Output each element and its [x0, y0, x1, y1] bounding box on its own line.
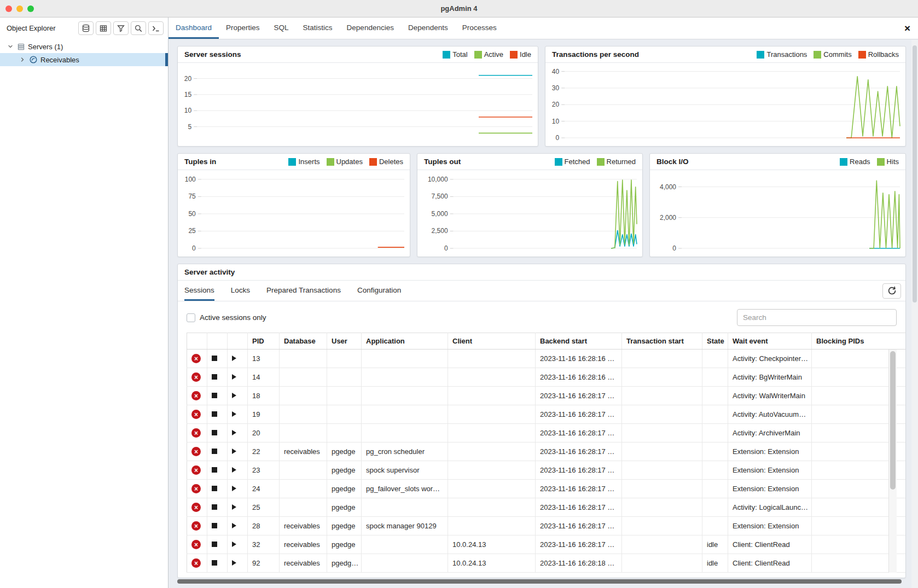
- cancel-session-icon[interactable]: ×: [191, 391, 201, 400]
- refresh-icon: [887, 286, 897, 295]
- sessions-table: PIDDatabaseUserApplicationClientBackend …: [187, 333, 905, 573]
- cancel-session-icon[interactable]: ×: [191, 428, 201, 438]
- cell-user: [327, 424, 362, 443]
- svg-text:0: 0: [444, 244, 448, 252]
- expand-row-icon[interactable]: [232, 523, 236, 528]
- column-header-database[interactable]: Database: [280, 333, 327, 350]
- table-row[interactable]: ×142023-11-16 16:28:16 …Activity: BgWrit…: [187, 368, 906, 387]
- cell-transaction_start: [622, 461, 702, 480]
- table-row[interactable]: ×192023-11-16 16:28:17 …Activity: AutoVa…: [187, 405, 906, 424]
- search-input[interactable]: [737, 309, 897, 326]
- expand-row-icon[interactable]: [232, 560, 236, 566]
- table-row[interactable]: ×28receivablespgedgespock manager 901292…: [187, 517, 906, 535]
- chevron-right-icon[interactable]: [19, 56, 26, 63]
- terminal-button[interactable]: [148, 21, 164, 35]
- table-row[interactable]: ×24pgedgepg_failover_slots wor…2023-11-1…: [187, 480, 906, 498]
- table-row[interactable]: ×25pgedge2023-11-16 16:28:17 …Activity: …: [187, 498, 906, 517]
- column-header-pid[interactable]: PID: [248, 333, 280, 350]
- expand-row-icon[interactable]: [232, 374, 236, 380]
- refresh-button[interactable]: [882, 283, 901, 299]
- expand-row-icon[interactable]: [232, 467, 236, 473]
- terminate-session-icon[interactable]: [212, 411, 217, 417]
- tab-properties[interactable]: Properties: [219, 18, 267, 39]
- column-header-state[interactable]: State: [702, 333, 728, 350]
- table-button[interactable]: [96, 21, 111, 35]
- cancel-session-icon[interactable]: ×: [191, 410, 201, 419]
- column-header-transaction-start[interactable]: Transaction start: [622, 333, 702, 350]
- search-button[interactable]: [131, 21, 146, 35]
- table-row[interactable]: ×132023-11-16 16:28:16 …Activity: Checkp…: [187, 350, 906, 368]
- column-header-application[interactable]: Application: [362, 333, 448, 350]
- cell-client: [448, 443, 536, 461]
- expand-row-icon[interactable]: [232, 430, 236, 435]
- cancel-session-icon[interactable]: ×: [191, 372, 201, 382]
- table-row[interactable]: ×182023-11-16 16:28:17 …Activity: WalWri…: [187, 387, 906, 405]
- terminate-session-icon[interactable]: [212, 449, 217, 454]
- terminate-session-icon[interactable]: [212, 486, 217, 491]
- close-panel-icon[interactable]: ×: [904, 18, 910, 39]
- expand-row-icon[interactable]: [232, 486, 236, 491]
- tab-dependencies[interactable]: Dependencies: [340, 18, 401, 39]
- minimize-window-button[interactable]: [16, 5, 23, 12]
- tab-sql[interactable]: SQL: [267, 18, 296, 39]
- table-row[interactable]: ×32receivablespgedge10.0.24.132023-11-16…: [187, 535, 906, 554]
- column-header-backend-start[interactable]: Backend start: [536, 333, 622, 350]
- legend-item: Transactions: [757, 50, 807, 59]
- cancel-session-icon[interactable]: ×: [191, 465, 201, 475]
- table-row[interactable]: ×23pgedgespock supervisor2023-11-16 16:2…: [187, 461, 906, 480]
- chevron-down-icon[interactable]: [7, 43, 14, 50]
- terminate-session-icon[interactable]: [212, 356, 217, 361]
- expand-row-icon[interactable]: [232, 356, 236, 361]
- activity-tab-prepared-transactions[interactable]: Prepared Transactions: [266, 281, 341, 301]
- cancel-session-icon[interactable]: ×: [191, 354, 201, 363]
- terminate-session-icon[interactable]: [212, 430, 217, 435]
- terminate-session-icon[interactable]: [212, 560, 217, 566]
- activity-tab-locks[interactable]: Locks: [231, 281, 250, 301]
- tab-statistics[interactable]: Statistics: [296, 18, 340, 39]
- cell-state: [702, 517, 728, 535]
- sidebar-item-receivables[interactable]: Receivables: [0, 53, 168, 66]
- cancel-session-icon[interactable]: ×: [191, 447, 201, 456]
- cancel-session-icon[interactable]: ×: [191, 521, 201, 531]
- tab-dependents[interactable]: Dependents: [401, 18, 455, 39]
- filter-button[interactable]: [113, 21, 129, 35]
- cell-backend_start: 2023-11-16 16:28:17 …: [536, 480, 622, 498]
- cancel-session-icon[interactable]: ×: [191, 558, 201, 568]
- terminate-session-icon[interactable]: [212, 523, 217, 528]
- column-header-client[interactable]: Client: [448, 333, 536, 350]
- terminate-session-icon[interactable]: [212, 542, 217, 547]
- active-sessions-checkbox[interactable]: [187, 313, 195, 322]
- column-header-blocking-pids[interactable]: Blocking PIDs: [812, 333, 906, 350]
- cancel-session-icon[interactable]: ×: [191, 540, 201, 549]
- activity-tab-sessions[interactable]: Sessions: [184, 281, 214, 301]
- terminate-session-icon[interactable]: [212, 374, 217, 380]
- database-button[interactable]: [78, 21, 94, 35]
- expand-row-icon[interactable]: [232, 393, 236, 398]
- cancel-session-icon[interactable]: ×: [191, 503, 201, 512]
- expand-row-icon[interactable]: [232, 449, 236, 454]
- table-row[interactable]: ×92receivablespgedg…10.0.24.132023-11-16…: [187, 554, 906, 573]
- table-row[interactable]: ×22receivablespgedgepg_cron scheduler202…: [187, 443, 906, 461]
- main-vertical-scrollbar-thumb[interactable]: [913, 45, 917, 302]
- terminate-session-icon[interactable]: [212, 393, 217, 398]
- zoom-window-button[interactable]: [27, 5, 34, 12]
- activity-tab-configuration[interactable]: Configuration: [357, 281, 401, 301]
- expand-row-icon[interactable]: [232, 542, 236, 547]
- expand-row-icon[interactable]: [232, 504, 236, 510]
- sidebar-item-servers-1[interactable]: Servers (1): [0, 40, 168, 53]
- horizontal-scrollbar-thumb[interactable]: [177, 579, 902, 584]
- close-window-button[interactable]: [5, 5, 12, 12]
- tab-dashboard[interactable]: Dashboard: [169, 18, 219, 39]
- cancel-session-icon[interactable]: ×: [191, 484, 201, 493]
- table-vertical-scrollbar-thumb[interactable]: [890, 351, 896, 490]
- cell-pid: 28: [248, 517, 280, 535]
- tab-processes[interactable]: Processes: [455, 18, 504, 39]
- column-header-wait-event[interactable]: Wait event: [728, 333, 812, 350]
- table-row[interactable]: ×202023-11-16 16:28:17 …Activity: Archiv…: [187, 424, 906, 443]
- terminate-session-icon[interactable]: [212, 504, 217, 510]
- terminate-session-icon[interactable]: [212, 467, 217, 473]
- column-header-user[interactable]: User: [327, 333, 362, 350]
- cell-database: receivables: [280, 554, 327, 573]
- chart-panel-block-i-o: Block I/OReadsHits4,0002,0000: [649, 153, 906, 257]
- expand-row-icon[interactable]: [232, 411, 236, 417]
